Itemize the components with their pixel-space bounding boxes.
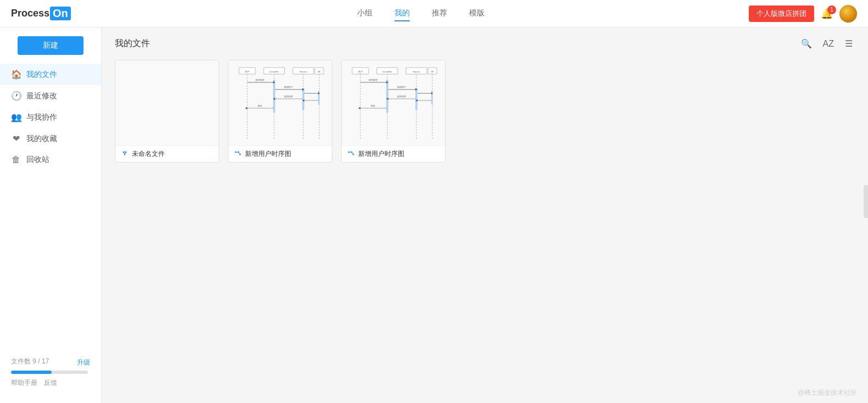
app-header: ProcessOn 小组 我的 推荐 模版 个人版微店拼团 🔔 1 [0,0,868,27]
content-area: 我的文件 🔍 AZ ☰ [102,27,868,403]
search-button[interactable]: 🔍 [799,36,814,51]
upgrade-button[interactable]: 升级 [77,358,90,367]
svg-rect-16 [302,88,304,110]
feedback-link[interactable]: 反馈 [44,378,57,388]
main-nav: 小组 我的 推荐 模版 [93,6,749,21]
sidebar-label-trash: 回收站 [26,155,49,165]
sidebar-label-my-files: 我的文件 [26,70,57,80]
file-info-0: 未命名文件 [115,145,219,162]
svg-text:新增用户: 新增用户 [397,86,406,88]
svg-text:返回结果: 返回结果 [284,95,293,98]
trash-icon: 🗑 [11,155,21,165]
svg-text:DB: DB [431,71,435,73]
file-name-1: 新增用户时序图 [245,149,291,159]
svg-marker-27 [245,107,247,109]
nav-recommend[interactable]: 推荐 [432,6,447,21]
vip-button[interactable]: 个人版微店拼团 [749,5,814,22]
notification-button[interactable]: 🔔 1 [821,8,833,20]
svg-text:响应: 响应 [258,104,262,107]
file-thumbnail-0 [115,60,219,145]
sidebar-label-collaborate: 与我协作 [26,113,57,122]
nav-group[interactable]: 小组 [357,6,372,21]
logo[interactable]: ProcessOn [11,7,71,20]
svg-text:响应: 响应 [371,104,375,107]
notification-badge: 1 [827,5,836,14]
users-icon: 👥 [11,112,21,122]
sidebar-item-my-files[interactable]: 🏠 我的文件 [0,64,101,85]
file-type-icon-2 [347,149,355,159]
svg-text:Service: Service [413,70,420,73]
file-thumbnail-2: 用户 Controller Service 请求新增 [342,60,445,145]
clock-icon: 🕐 [11,91,21,101]
svg-rect-15 [273,80,275,113]
help-row: 帮助手册 反馈 [11,378,90,388]
avatar[interactable] [839,5,857,23]
header-right: 个人版微店拼团 🔔 1 [749,5,857,23]
file-name-0: 未命名文件 [132,149,165,159]
svg-text:用户: 用户 [358,70,363,73]
svg-line-41 [238,152,240,154]
svg-text:请求新增: 请求新增 [255,79,264,81]
file-type-icon-1 [234,149,242,159]
footer-watermark: @稀土掘金技术社区 [798,388,857,398]
file-thumbnail-1: 用户 Controller Service [229,60,332,145]
main-container: 新建 🏠 我的文件 🕐 最近修改 👥 与我协作 ❤ 我的收藏 🗑 回收站 文件数… [0,27,868,403]
svg-text:请求新增: 请求新增 [369,79,377,81]
svg-rect-52 [415,88,418,110]
logo-on-text: On [50,7,71,20]
file-card-1[interactable]: 用户 Controller Service [228,60,332,163]
progress-fill [11,371,52,374]
svg-text:Controller: Controller [269,70,279,73]
svg-text:Controller: Controller [382,70,392,73]
nav-template[interactable]: 模版 [469,6,485,21]
file-info-2: 新增用户时序图 [342,145,445,162]
heart-icon: ❤ [11,133,21,144]
logo-process-text: Process [11,8,49,19]
view-toggle-button[interactable]: ☰ [843,36,855,51]
svg-text:返回结果: 返回结果 [397,95,406,98]
file-info-1: 新增用户时序图 [229,145,332,162]
right-edge-handle[interactable] [864,185,868,218]
new-button[interactable]: 新建 [18,36,84,55]
svg-rect-51 [386,80,388,113]
sort-button[interactable]: AZ [821,37,836,51]
content-header: 我的文件 🔍 AZ ☰ [115,36,855,51]
sidebar-label-recent: 最近修改 [26,91,57,101]
content-title: 我的文件 [115,38,150,49]
svg-text:用户: 用户 [245,70,249,73]
sidebar-label-favorites: 我的收藏 [26,134,57,144]
file-quota-progress [11,371,88,374]
file-type-icon-0 [121,149,129,159]
svg-marker-63 [358,107,360,109]
svg-text:DB: DB [318,71,321,73]
avatar-image [839,5,857,23]
sidebar-bottom: 文件数 9 / 17 升级 帮助手册 反馈 [0,350,101,394]
svg-line-77 [352,152,353,154]
sidebar: 新建 🏠 我的文件 🕐 最近修改 👥 与我协作 ❤ 我的收藏 🗑 回收站 文件数… [0,27,102,403]
nav-mine[interactable]: 我的 [394,6,410,21]
help-link[interactable]: 帮助手册 [11,378,37,388]
file-grid: 未命名文件 用户 Controller Service [115,60,855,163]
sidebar-item-recent[interactable]: 🕐 最近修改 [0,85,101,107]
file-card-2[interactable]: 用户 Controller Service 请求新增 [341,60,446,163]
file-card-0[interactable]: 未命名文件 [115,60,219,163]
sidebar-item-trash[interactable]: 🗑 回收站 [0,149,101,170]
svg-text:Service: Service [299,70,307,73]
file-count-label: 文件数 9 / 17 [11,357,49,366]
svg-text:新增用户: 新增用户 [284,86,293,88]
home-icon: 🏠 [11,69,21,80]
sidebar-item-collaborate[interactable]: 👥 与我协作 [0,107,101,128]
content-actions: 🔍 AZ ☰ [799,36,855,51]
sidebar-item-favorites[interactable]: ❤ 我的收藏 [0,128,101,149]
file-name-2: 新增用户时序图 [358,149,404,159]
